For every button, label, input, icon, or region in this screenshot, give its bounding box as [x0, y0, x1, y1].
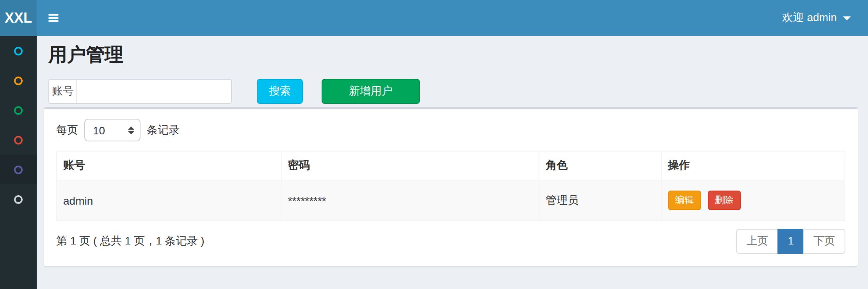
navbar-spacer — [69, 0, 770, 36]
perpage-row: 每页 10 条记录 — [56, 119, 845, 141]
cell-role: 管理员 — [539, 180, 661, 221]
cell-password: ********* — [281, 180, 539, 221]
pagination-page-1[interactable]: 1 — [777, 229, 804, 254]
header-account: 账号 — [57, 151, 281, 180]
sidebar-item-6[interactable] — [0, 184, 37, 214]
select-stepper-icon — [128, 126, 134, 134]
cell-operation: 编辑 删除 — [661, 180, 845, 221]
user-table-panel: 每页 10 条记录 账号 密码 角色 操作 — [44, 107, 858, 266]
sidebar-item-4[interactable] — [0, 125, 37, 155]
account-addon-label: 账号 — [48, 79, 76, 104]
circle-o-icon — [14, 106, 23, 114]
sidebar-item-3[interactable] — [0, 95, 37, 125]
sidebar-item-5-active[interactable] — [0, 155, 37, 184]
app-root: XXL 欢迎 admin — [0, 0, 868, 289]
circle-o-icon — [14, 195, 23, 203]
header-role: 角色 — [539, 151, 661, 180]
account-input[interactable] — [76, 79, 232, 104]
search-toolbar: 账号 搜索 新增用户 — [48, 79, 856, 104]
circle-o-icon — [14, 76, 23, 85]
circle-o-icon — [14, 136, 23, 144]
user-table: 账号 密码 角色 操作 admin ********* 管理员 编辑 删除 — [56, 151, 845, 221]
header-password: 密码 — [281, 151, 539, 180]
top-navbar: XXL 欢迎 admin — [0, 0, 868, 36]
table-header-row: 账号 密码 角色 操作 — [57, 151, 845, 180]
hamburger-icon — [48, 14, 58, 22]
pagination-next[interactable]: 下页 — [803, 229, 845, 254]
page-title: 用户管理 — [37, 36, 868, 66]
header-operation: 操作 — [661, 151, 845, 180]
main-content: 用户管理 账号 搜索 新增用户 每页 10 条记录 — [37, 36, 868, 289]
table-footer: 第 1 页 ( 总共 1 页，1 条记录 ) 上页 1 下页 — [56, 229, 845, 254]
pagination: 上页 1 下页 — [736, 229, 845, 254]
edit-button[interactable]: 编辑 — [668, 191, 701, 210]
caret-down-icon — [843, 16, 851, 20]
welcome-label: 欢迎 admin — [782, 11, 837, 25]
sidebar-item-2[interactable] — [0, 66, 37, 95]
circle-o-icon — [14, 46, 23, 55]
table-row: admin ********* 管理员 编辑 删除 — [57, 180, 845, 221]
user-menu[interactable]: 欢迎 admin — [770, 0, 868, 36]
page-size-value: 10 — [93, 124, 128, 136]
add-user-button[interactable]: 新增用户 — [322, 79, 420, 104]
perpage-suffix-label: 条记录 — [147, 123, 180, 137]
sidebar-toggle-button[interactable] — [37, 0, 69, 36]
pagination-summary: 第 1 页 ( 总共 1 页，1 条记录 ) — [56, 234, 205, 248]
page-size-select[interactable]: 10 — [84, 119, 141, 141]
circle-o-icon — [14, 165, 23, 174]
sidebar — [0, 36, 37, 289]
account-input-group: 账号 — [48, 79, 232, 104]
perpage-prefix-label: 每页 — [56, 123, 78, 137]
sidebar-item-1[interactable] — [0, 36, 37, 66]
pagination-prev[interactable]: 上页 — [736, 229, 778, 254]
search-button[interactable]: 搜索 — [257, 79, 303, 104]
delete-button[interactable]: 删除 — [708, 191, 740, 210]
cell-account: admin — [57, 180, 281, 221]
brand-logo[interactable]: XXL — [0, 0, 37, 36]
